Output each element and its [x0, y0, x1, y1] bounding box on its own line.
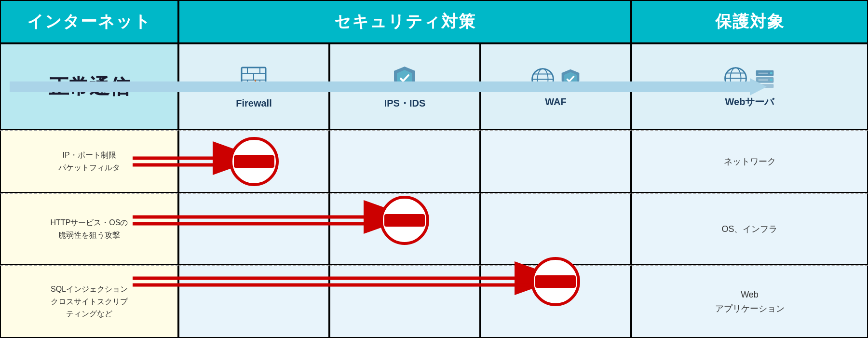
firewall-cell: Firewall	[178, 43, 329, 130]
svg-point-22	[770, 79, 773, 81]
row3-internet-cell: IP・ポート制限パケットフィルタ	[0, 130, 178, 193]
row4-attack-label: HTTPサービス・OSの脆弱性を狙う攻撃	[51, 216, 128, 241]
normal-traffic-label: 正常通信	[49, 73, 130, 100]
protected-header-cell: Webサーバ	[631, 43, 868, 130]
svg-rect-20	[756, 84, 774, 88]
row4-internet-cell: HTTPサービス・OSの脆弱性を狙う攻撃	[0, 193, 178, 265]
row5-protected-cell: Webアプリケーション	[631, 265, 868, 338]
firewall-icon-group: Firewall	[236, 65, 271, 109]
row4-ips-cell	[329, 193, 480, 265]
row5-ips-cell	[329, 265, 480, 338]
row5-internet-cell: SQLインジェクションクロスサイトスクリプティングなど	[0, 265, 178, 338]
row3-attack-label: IP・ポート制限パケットフィルタ	[58, 149, 120, 174]
svg-point-21	[770, 72, 773, 74]
waf-globe-icon	[529, 66, 556, 93]
firewall-icon	[239, 65, 268, 94]
row4-waf-cell	[480, 193, 631, 265]
web-server-stack-icon	[753, 65, 777, 92]
header-internet: インターネット	[0, 0, 178, 43]
ips-cell: IPS・IDS	[329, 43, 480, 130]
row4-firewall-cell	[178, 193, 329, 265]
row5-waf-cell	[480, 265, 631, 338]
security-header-label: セキュリティ対策	[334, 11, 476, 33]
row4-protected-label: OS、インフラ	[721, 222, 777, 236]
web-server-globe-icon	[722, 65, 749, 92]
row3-ips-cell	[329, 130, 480, 193]
web-server-label: Webサーバ	[725, 95, 774, 108]
waf-shield-icon	[558, 66, 583, 93]
row5-firewall-cell	[178, 265, 329, 338]
row3-firewall-cell	[178, 130, 329, 193]
row5-protected-label: Webアプリケーション	[715, 288, 785, 316]
ips-icon	[390, 64, 419, 93]
waf-cell: WAF	[480, 43, 631, 130]
firewall-label: Firewall	[236, 98, 271, 109]
ips-label: IPS・IDS	[384, 97, 426, 110]
ips-icon-group: IPS・IDS	[384, 64, 426, 110]
waf-icon-group: WAF	[529, 66, 583, 108]
header-security: セキュリティ対策	[178, 0, 631, 43]
row3-protected-label: ネットワーク	[724, 155, 776, 169]
row5-attack-label: SQLインジェクションクロスサイトスクリプティングなど	[51, 283, 128, 320]
header-protected: 保護対象	[631, 0, 868, 43]
row3-protected-cell: ネットワーク	[631, 130, 868, 193]
protected-header-label: 保護対象	[715, 11, 785, 33]
internet-header-label: インターネット	[27, 11, 151, 33]
waf-label: WAF	[545, 96, 566, 108]
normal-internet-cell: 正常通信	[0, 43, 178, 130]
web-server-icon-group: Webサーバ	[722, 65, 777, 108]
row4-protected-cell: OS、インフラ	[631, 193, 868, 265]
row3-waf-cell	[480, 130, 631, 193]
